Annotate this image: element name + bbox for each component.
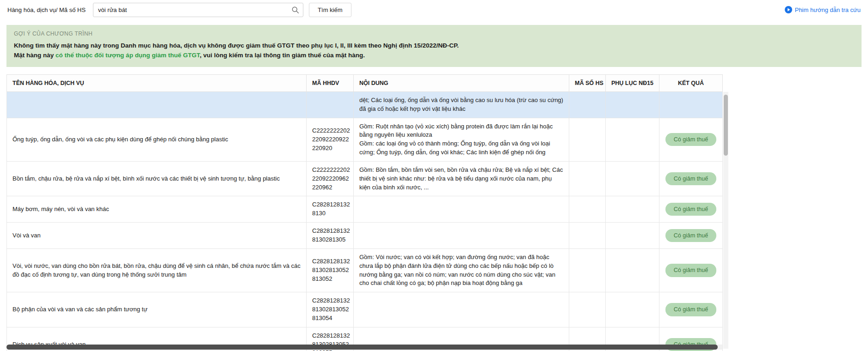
cell-phu-luc: [606, 118, 659, 161]
cell-ten-hang-hoa: Vòi và van: [7, 223, 307, 249]
cell-phu-luc: [606, 223, 659, 249]
result-badge[interactable]: Có giảm thuế: [665, 303, 716, 316]
cell-ma-so-hs: [569, 248, 606, 292]
result-badge[interactable]: Có giảm thuế: [665, 264, 716, 277]
cell-ma-hhdv: C2222222202 22092220962 220962: [307, 161, 354, 196]
cell-ma-so-hs: [569, 161, 606, 196]
table-row-partial-selected[interactable]: dệt; Các loại ống, ống dẫn và ống vòi bằ…: [7, 91, 723, 118]
suggestion-line2-highlight: có thể thuộc đối tượng áp dụng giảm thuế…: [55, 52, 200, 59]
cell-ten-hang-hoa: Máy bơm, máy nén, vòi và van khác: [7, 196, 307, 223]
cell-ten-hang-hoa: Bộ phận của vòi và van và các sản phẩm t…: [7, 292, 307, 327]
product-code: C2828128132 8130281305: [312, 227, 350, 243]
cell-ket-qua: Có giảm thuế: [659, 196, 723, 223]
cell-ket-qua: Có giảm thuế: [659, 118, 723, 161]
product-code: C2222222202 22092220962 220962: [312, 166, 350, 191]
product-name: Vòi và van: [12, 232, 41, 239]
search-button[interactable]: Tìm kiếm: [309, 3, 351, 17]
col-header-ket-qua: KẾT QUẢ: [659, 74, 723, 91]
product-description: Gồm: Vòi nước; van có vòi kết hợp; van đ…: [359, 254, 555, 287]
product-code: C2828128132 8130: [312, 201, 350, 217]
product-name: Máy bơm, máy nén, vòi và van khác: [12, 206, 109, 212]
cell-noi-dung: Gồm: Vòi nước; van có vòi kết hợp; van đ…: [354, 248, 569, 292]
product-code: C2828128132 81302813052 813052: [312, 258, 350, 282]
col-header-phu-luc-nd15: PHỤ LỤC NĐ15: [606, 74, 659, 91]
cell-ma-hhdv: C2828128132 8130281305: [307, 223, 354, 249]
cell-noi-dung: Gồm: Ruột nhân tạo (vỏ xúc xích) bằng pr…: [354, 118, 569, 161]
cell-ma-so-hs: [569, 292, 606, 327]
cell-ten-hang-hoa: Vòi, vòi nước, van dùng cho bồn rửa bát,…: [7, 248, 307, 292]
vertical-scrollbar[interactable]: [723, 92, 728, 349]
col-header-ma-so-hs: MÃ SỐ HS: [569, 74, 606, 91]
cell-ma-hhdv: C2828128132 81302813052 813052: [307, 248, 354, 292]
cell-ma-so-hs: [569, 118, 606, 161]
product-name: Ống tuýp, ống dẫn, ống vòi và các phụ ki…: [12, 136, 228, 143]
cell-phu-luc: [606, 196, 659, 223]
cell-ten-hang-hoa: [7, 91, 307, 118]
cell-noi-dung: [354, 196, 569, 223]
cell-ma-hhdv: C2828128132 81302813052 813054: [307, 292, 354, 327]
table-row[interactable]: Ống tuýp, ống dẫn, ống vòi và các phụ ki…: [7, 118, 723, 161]
table-row[interactable]: Bồn tắm, chậu rửa, bệ rửa và nắp xí bệt,…: [7, 161, 723, 196]
product-code: C2828128132 81302813052 813054: [312, 297, 350, 321]
suggestion-title: GỢI Ý CỦA CHƯƠNG TRÌNH: [14, 30, 854, 37]
suggestion-line-1: Không tìm thấy mặt hàng này trong Danh m…: [14, 41, 854, 51]
table-row[interactable]: Vòi, vòi nước, van dùng cho bồn rửa bát,…: [7, 248, 723, 292]
result-badge[interactable]: Có giảm thuế: [665, 133, 716, 146]
result-badge[interactable]: Có giảm thuế: [665, 229, 716, 242]
table-body: dệt; Các loại ống, ống dẫn và ống vòi bằ…: [7, 91, 723, 351]
cell-ma-hhdv: C2828128132 8130: [307, 196, 354, 223]
play-circle-icon: [785, 6, 792, 13]
table-row[interactable]: Vòi và van C2828128132 8130281305 Có giả…: [7, 223, 723, 249]
search-label: Hàng hóa, dịch vụ/ Mã số HS: [7, 6, 86, 13]
result-badge[interactable]: Có giảm thuế: [665, 203, 716, 216]
cell-noi-dung: [354, 223, 569, 249]
topbar: Hàng hóa, dịch vụ/ Mã số HS Tìm kiếm Phi…: [0, 0, 868, 19]
cell-ket-qua: Có giảm thuế: [659, 223, 723, 249]
cell-ket-qua: Có giảm thuế: [659, 248, 723, 292]
vertical-scrollbar-thumb[interactable]: [724, 95, 728, 156]
guide-link-label: Phim hướng dẫn tra cứu: [795, 6, 861, 13]
col-header-ten-hang-hoa: TÊN HÀNG HÓA, DỊCH VỤ: [7, 74, 307, 91]
cell-ten-hang-hoa: Bồn tắm, chậu rửa, bệ rửa và nắp xí bệt,…: [7, 161, 307, 196]
product-name: Vòi, vòi nước, van dùng cho bồn rửa bát,…: [12, 262, 301, 278]
col-header-noi-dung: NỘI DUNG: [354, 74, 569, 91]
cell-ma-hhdv: C2222222202 22092220922 220920: [307, 118, 354, 161]
horizontal-scrollbar[interactable]: [6, 345, 722, 350]
table-row[interactable]: Máy bơm, máy nén, vòi và van khác C28281…: [7, 196, 723, 223]
cell-ma-so-hs: [569, 196, 606, 223]
cell-phu-luc: [606, 161, 659, 196]
horizontal-scrollbar-thumb[interactable]: [6, 345, 718, 350]
suggestion-line-2: Mặt hàng này có thể thuộc đối tượng áp d…: [14, 51, 854, 61]
product-code: C2222222202 22092220922 220920: [312, 127, 350, 151]
cell-phu-luc: [606, 292, 659, 327]
product-description: Gồm: Bồn tắm, bồn tắm vòi sen, bồn rửa v…: [359, 166, 563, 191]
cell-noi-dung: Gồm: Bồn tắm, bồn tắm vòi sen, bồn rửa v…: [354, 161, 569, 196]
cell-noi-dung: dệt; Các loại ống, ống dẫn và ống vòi bằ…: [354, 91, 569, 118]
result-badge[interactable]: Có giảm thuế: [665, 172, 716, 185]
guide-video-link[interactable]: Phim hướng dẫn tra cứu: [785, 6, 861, 13]
cell-phu-luc: [606, 91, 659, 118]
cell-ket-qua: Có giảm thuế: [659, 161, 723, 196]
cell-ma-hhdv: [307, 91, 354, 118]
search-input[interactable]: [93, 3, 303, 17]
search-field-wrapper: [93, 3, 303, 17]
table-row[interactable]: Bộ phận của vòi và van và các sản phẩm t…: [7, 292, 723, 327]
results-table: TÊN HÀNG HÓA, DỊCH VỤ MÃ HHDV NỘI DUNG M…: [6, 74, 723, 351]
product-name: Bồn tắm, chậu rửa, bệ rửa và nắp xí bệt,…: [12, 175, 280, 182]
suggestion-line2-prefix: Mặt hàng này: [14, 52, 55, 59]
product-name: Bộ phận của vòi và van và các sản phẩm t…: [12, 306, 148, 313]
cell-noi-dung: [354, 292, 569, 327]
table-header-row: TÊN HÀNG HÓA, DỊCH VỤ MÃ HHDV NỘI DUNG M…: [7, 74, 723, 91]
cell-phu-luc: [606, 248, 659, 292]
row-content-text: dệt; Các loại ống, ống dẫn và ống vòi bằ…: [359, 97, 563, 112]
cell-ket-qua: Có giảm thuế: [659, 292, 723, 327]
suggestion-box: GỢI Ý CỦA CHƯƠNG TRÌNH Không tìm thấy mặ…: [6, 25, 862, 67]
search-icon[interactable]: [291, 6, 299, 14]
cell-ten-hang-hoa: Ống tuýp, ống dẫn, ống vòi và các phụ ki…: [7, 118, 307, 161]
product-description: Gồm: Ruột nhân tạo (vỏ xúc xích) bằng pr…: [359, 123, 553, 156]
cell-ma-so-hs: [569, 223, 606, 249]
cell-ket-qua: [659, 91, 723, 118]
col-header-ma-hhdv: MÃ HHDV: [307, 74, 354, 91]
suggestion-line2-suffix: , vui lòng kiểm tra lại thông tin giảm t…: [200, 52, 365, 59]
cell-ma-so-hs: [569, 91, 606, 118]
